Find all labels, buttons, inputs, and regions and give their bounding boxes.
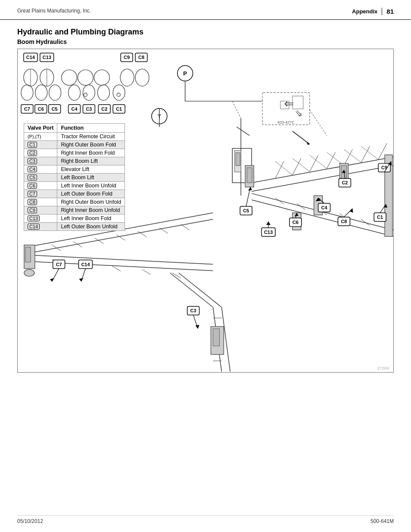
section-title: Hydraulic and Plumbing Diagrams <box>17 28 394 37</box>
table-row: C14Left Outer Boom Unfold <box>24 223 125 231</box>
svg-text:P: P <box>183 70 187 77</box>
svg-text:C2: C2 <box>342 180 348 185</box>
svg-marker-144 <box>266 221 271 225</box>
table-row: C8Right Outer Boom Unfold <box>24 198 125 206</box>
svg-line-58 <box>237 127 249 136</box>
svg-text:C4: C4 <box>321 205 328 210</box>
table-row: C4Elevator Lift <box>24 165 125 174</box>
table-row: (P),(T)Tractor Remote Circuit <box>24 133 125 141</box>
svg-rect-101 <box>25 247 31 262</box>
svg-rect-61 <box>236 152 240 165</box>
svg-line-63 <box>252 165 393 191</box>
svg-line-66 <box>310 155 318 171</box>
svg-point-21 <box>120 69 134 86</box>
svg-line-65 <box>293 158 301 175</box>
svg-text:C8: C8 <box>138 55 144 60</box>
svg-text:C3: C3 <box>86 106 92 112</box>
svg-text:C3: C3 <box>190 308 196 313</box>
table-row: C7Left Outer Boom Fold <box>24 190 125 198</box>
svg-text:C4: C4 <box>72 106 78 112</box>
svg-point-22 <box>135 69 149 86</box>
svg-point-38 <box>35 85 47 100</box>
svg-point-43 <box>113 85 125 100</box>
svg-line-91 <box>159 228 168 233</box>
svg-point-18 <box>94 70 109 85</box>
svg-line-104 <box>170 273 213 308</box>
svg-rect-48 <box>293 96 303 109</box>
svg-point-37 <box>21 85 33 100</box>
svg-marker-164 <box>196 325 199 329</box>
svg-marker-56 <box>306 142 310 145</box>
svg-text:27269: 27269 <box>377 366 389 370</box>
svg-text:C9: C9 <box>124 55 130 60</box>
svg-point-40 <box>68 85 81 100</box>
svg-line-92 <box>181 224 190 230</box>
svg-rect-116 <box>247 168 252 183</box>
svg-text:⇘: ⇘ <box>295 108 302 118</box>
svg-point-39 <box>49 85 61 100</box>
svg-line-83 <box>361 219 370 226</box>
table-row: C13Left Inner Boom Fold <box>24 215 125 223</box>
page-container: Great Plains Manufacturing, Inc. Appendi… <box>0 0 411 532</box>
svg-line-53 <box>310 110 327 136</box>
page-number: 81 <box>382 8 394 15</box>
svg-line-64 <box>275 161 284 178</box>
svg-line-80 <box>297 203 305 210</box>
svg-text:C7: C7 <box>24 106 30 112</box>
page-content: Hydraulic and Plumbing Diagrams Boom Hyd… <box>0 20 411 394</box>
svg-line-67 <box>327 152 336 168</box>
page-header: Great Plains Manufacturing, Inc. Appendi… <box>0 0 411 20</box>
footer-date: 05/10/2012 <box>17 518 43 524</box>
table-header-function: Function <box>57 124 125 133</box>
svg-line-52 <box>232 101 241 118</box>
svg-text:C5: C5 <box>243 208 249 213</box>
svg-marker-148 <box>349 208 353 213</box>
svg-text:C13: C13 <box>264 230 273 235</box>
table-row: C2Right Inner Boom Fold <box>24 149 125 157</box>
svg-text:C13: C13 <box>43 55 51 60</box>
svg-point-41 <box>83 85 95 100</box>
svg-marker-156 <box>50 278 54 281</box>
section-label: Appendix <box>352 8 377 15</box>
svg-point-20 <box>117 93 120 96</box>
svg-text:C8: C8 <box>341 219 347 224</box>
svg-point-102 <box>24 270 34 277</box>
page-footer: 05/10/2012 500-641M <box>17 515 394 524</box>
svg-text:C5: C5 <box>52 106 58 112</box>
svg-line-98 <box>142 270 151 275</box>
svg-line-62 <box>252 157 393 183</box>
svg-text:C14: C14 <box>26 55 35 60</box>
table-row: C5Left Boom Lift <box>24 174 125 182</box>
table-row: C3Right Boom Lift <box>24 157 125 165</box>
svg-rect-114 <box>213 329 219 346</box>
svg-text:C6: C6 <box>38 106 44 112</box>
svg-text:C7: C7 <box>56 262 62 267</box>
svg-point-19 <box>84 93 87 96</box>
table-row: C6Left Inner Boom Unfold <box>24 182 125 190</box>
svg-text:C14: C14 <box>81 262 90 267</box>
company-name: Great Plains Manufacturing, Inc. <box>17 8 91 14</box>
diagram-box: Valve Port Function (P),(T)Tractor Remot… <box>17 49 394 373</box>
valve-table: Valve Port Function (P),(T)Tractor Remot… <box>24 123 125 231</box>
svg-marker-160 <box>79 278 84 281</box>
svg-line-69 <box>361 146 370 163</box>
header-right: Appendix 81 <box>352 8 394 15</box>
svg-text:C9: C9 <box>381 165 387 170</box>
diagram-svg-area: Valve Port Function (P),(T)Tractor Remot… <box>18 49 393 372</box>
svg-text:C6: C6 <box>293 220 299 225</box>
table-row: C9Right Inner Boom Unfold <box>24 206 125 215</box>
table-row: C1Right Outer Boom Fold <box>24 141 125 149</box>
svg-text:C2: C2 <box>101 106 107 112</box>
table-header-port: Valve Port <box>24 124 57 133</box>
section-subtitle: Boom Hydraulics <box>17 38 394 45</box>
svg-point-17 <box>78 70 93 85</box>
svg-text:C1: C1 <box>116 106 122 112</box>
svg-line-79 <box>275 198 284 204</box>
svg-text:833-427C: 833-427C <box>277 120 295 124</box>
svg-point-42 <box>97 85 109 100</box>
svg-point-16 <box>62 70 77 85</box>
svg-marker-124 <box>248 187 252 190</box>
svg-line-97 <box>112 266 121 271</box>
svg-text:C1: C1 <box>377 215 383 220</box>
svg-line-105 <box>179 273 222 308</box>
